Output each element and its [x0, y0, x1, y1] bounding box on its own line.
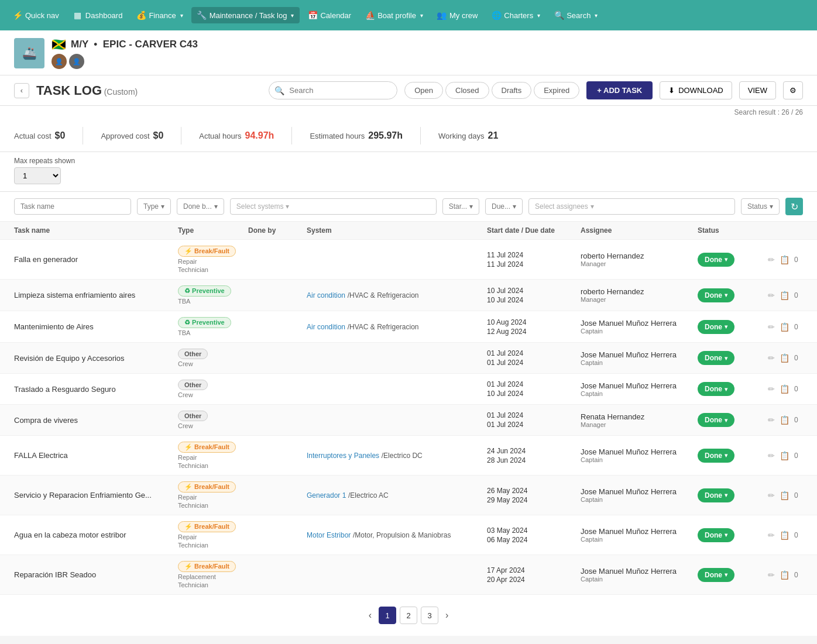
status-button[interactable]: Done ▾: [698, 351, 734, 365]
max-repeats-label: Max repeats shown: [14, 157, 803, 165]
filter-assignee[interactable]: Select assignees ▾: [528, 198, 735, 215]
cell-assignee: roberto Hernandez Manager: [581, 252, 698, 267]
edit-icon[interactable]: ✏: [768, 531, 775, 540]
cell-dates: 26 May 2024 29 May 2024: [487, 487, 581, 504]
edit-icon[interactable]: ✏: [768, 451, 775, 460]
page-button-1[interactable]: 1: [379, 607, 396, 624]
table-row: Mantenimiento de Aires ♻ Preventive TBA …: [0, 311, 817, 343]
download-button[interactable]: ⬇ DOWNLOAD: [660, 81, 732, 99]
edit-icon[interactable]: ✏: [768, 353, 775, 363]
cell-actions: ✏ 📋 0: [768, 451, 803, 460]
cell-actions: ✏ 📋 0: [768, 384, 803, 394]
prev-page-button[interactable]: ‹: [365, 608, 375, 623]
nav-my-crew[interactable]: 👥 My crew: [431, 7, 483, 23]
filter-due[interactable]: Due... ▾: [485, 198, 523, 215]
settings-button[interactable]: ⚙: [783, 81, 803, 99]
notes-icon[interactable]: 📋: [780, 353, 789, 363]
nav-boat-profile[interactable]: ⛵ Boat profile ▾: [359, 7, 429, 23]
filter-open[interactable]: Open: [404, 82, 443, 99]
boat-profile-chevron: ▾: [420, 12, 423, 19]
back-button[interactable]: ‹: [14, 83, 29, 98]
next-page-button[interactable]: ›: [442, 608, 452, 623]
notes-icon[interactable]: 📋: [780, 451, 789, 460]
cell-task-name: Falla en generador: [14, 255, 178, 264]
nav-calendar[interactable]: 📅 Calendar: [302, 7, 357, 23]
filter-drafts[interactable]: Drafts: [492, 82, 532, 99]
edit-icon[interactable]: ✏: [768, 291, 775, 300]
notes-icon[interactable]: 📋: [780, 384, 789, 394]
nav-dashboard[interactable]: ▦ Dashboard: [67, 7, 129, 23]
cell-actions: ✏ 📋 0: [768, 322, 803, 332]
cell-system: Motor Estribor /Motor, Propulsion & Mani…: [307, 531, 487, 539]
cell-type: Other Crew: [178, 380, 248, 398]
finance-chevron: ▾: [180, 12, 183, 19]
status-chevron: ▾: [725, 417, 727, 423]
nav-charters[interactable]: 🌐 Charters ▾: [486, 7, 546, 23]
notes-icon[interactable]: 📋: [780, 291, 789, 300]
maintenance-icon: 🔧: [197, 11, 207, 20]
notes-icon[interactable]: 📋: [780, 255, 789, 264]
status-button[interactable]: Done ▾: [698, 488, 734, 502]
status-button[interactable]: Done ▾: [698, 413, 734, 427]
search-input[interactable]: [269, 81, 397, 99]
boat-title: M/Y • EPIC - CARVER C43: [71, 39, 198, 50]
my-crew-icon: 👥: [437, 11, 447, 20]
page-button-3[interactable]: 3: [421, 607, 438, 624]
notes-icon[interactable]: 📋: [780, 570, 789, 580]
filter-done-by[interactable]: Done b... ▾: [177, 198, 224, 215]
filter-expired[interactable]: Expired: [534, 82, 579, 99]
quick-nav-icon: ⚡: [13, 11, 22, 20]
edit-icon[interactable]: ✏: [768, 322, 775, 332]
edit-icon[interactable]: ✏: [768, 570, 775, 580]
add-task-button[interactable]: + ADD TASK: [586, 81, 653, 99]
nav-search[interactable]: 🔍 Search ▾: [548, 7, 603, 23]
col-type: Type: [178, 226, 248, 235]
cell-task-name: FALLA Electrica: [14, 451, 178, 460]
cell-assignee: Jose Manuel Muñoz Herrera Captain: [581, 319, 698, 335]
status-button[interactable]: Done ▾: [698, 568, 734, 582]
notes-icon[interactable]: 📋: [780, 491, 789, 500]
table-row: Falla en generador ⚡ Break/Fault Repair …: [0, 240, 817, 280]
max-repeats-select[interactable]: 1 2 3 5: [14, 167, 61, 184]
table-row: Compra de viveres Other Crew 01 Jul 2024…: [0, 405, 817, 436]
edit-icon[interactable]: ✏: [768, 491, 775, 500]
notes-icon[interactable]: 📋: [780, 322, 789, 332]
refresh-button[interactable]: ↻: [785, 198, 803, 215]
cell-dates: 24 Jun 2024 28 Jun 2024: [487, 447, 581, 464]
status-button[interactable]: Done ▾: [698, 382, 734, 396]
col-dates: Start date / Due date: [487, 226, 581, 235]
status-button[interactable]: Done ▾: [698, 320, 734, 334]
status-button[interactable]: Done ▾: [698, 528, 734, 542]
edit-icon[interactable]: ✏: [768, 415, 775, 425]
nav-maintenance[interactable]: 🔧 Maintenance / Task log ▾: [191, 7, 300, 23]
nav-finance[interactable]: 💰 Finance ▾: [131, 7, 188, 23]
notes-icon[interactable]: 📋: [780, 531, 789, 540]
edit-icon[interactable]: ✏: [768, 384, 775, 394]
col-assignee: Assignee: [581, 226, 698, 235]
page-bar: ‹ TASK LOG (Custom) 🔍 Open Closed Drafts…: [0, 75, 817, 106]
filter-start[interactable]: Star... ▾: [442, 198, 479, 215]
cell-task-name: Compra de viveres: [14, 416, 178, 425]
search-input-icon: 🔍: [274, 86, 284, 95]
view-button[interactable]: VIEW: [739, 81, 776, 99]
status-chevron: ▾: [725, 492, 727, 498]
count-badge: 0: [794, 291, 798, 299]
filter-task-name[interactable]: [14, 198, 131, 215]
dashboard-icon: ▦: [73, 11, 83, 20]
status-button[interactable]: Done ▾: [698, 449, 734, 463]
status-button[interactable]: Done ▾: [698, 253, 734, 267]
status-button[interactable]: Done ▾: [698, 288, 734, 302]
cell-type: ♻ Preventive TBA: [178, 317, 248, 336]
edit-icon[interactable]: ✏: [768, 255, 775, 264]
cell-assignee: Jose Manuel Muñoz Herrera Captain: [581, 567, 698, 583]
filter-status[interactable]: Status ▾: [741, 198, 780, 215]
pagination: ‹ 1 2 3 ›: [0, 595, 817, 636]
filter-closed[interactable]: Closed: [445, 82, 489, 99]
nav-quick-nav[interactable]: ⚡ Quick nav: [7, 7, 65, 23]
notes-icon[interactable]: 📋: [780, 415, 789, 425]
filter-system[interactable]: Select systems ▾: [230, 198, 437, 215]
filter-type[interactable]: Type ▾: [137, 198, 171, 215]
avatar-2: 👤: [69, 54, 84, 69]
count-badge: 0: [794, 531, 798, 539]
page-button-2[interactable]: 2: [400, 607, 417, 624]
